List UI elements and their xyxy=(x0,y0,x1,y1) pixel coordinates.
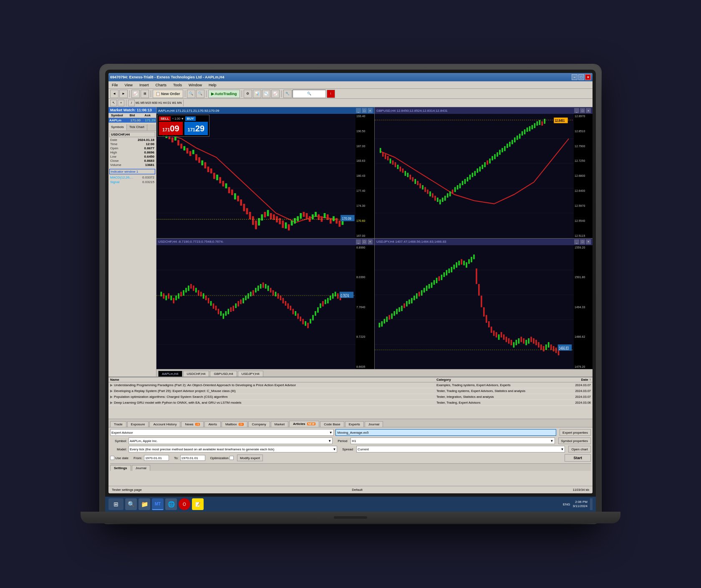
chart-tab-aapl[interactable]: AAPLm,H4 xyxy=(158,371,182,377)
tab-tick-chart[interactable]: Tick Chart xyxy=(127,124,147,131)
search-button[interactable]: 🔍 xyxy=(293,90,326,98)
chart-gbpusd-max[interactable]: □ xyxy=(580,108,585,113)
chart-usdchf-max[interactable]: □ xyxy=(362,239,367,244)
alert-button[interactable]: ! xyxy=(327,90,335,98)
chart-usdchf-close[interactable]: × xyxy=(368,239,373,244)
tab-company[interactable]: Company xyxy=(248,421,270,427)
chart-gbpusd[interactable]: GBPUSD,H4 12.8450;12.8524;12.8314;12.843… xyxy=(375,107,593,238)
taskbar-files[interactable]: 📁 xyxy=(139,498,150,510)
market-watch-row[interactable]: AAPLm 171.00 171.29 xyxy=(108,118,156,123)
chart-aapl[interactable]: AAPLm,H4 171.21;171.21;170.92;170.09 _ □… xyxy=(156,107,374,238)
period-dropdown[interactable]: H1 ▼ xyxy=(350,437,555,444)
tab-account-history[interactable]: Account History xyxy=(149,421,180,427)
chart-min-btn[interactable]: _ xyxy=(356,108,361,113)
model-dropdown[interactable]: Every tick (the most precise method base… xyxy=(129,446,337,452)
cursor-tool[interactable]: ↖ xyxy=(110,100,117,106)
tool1-button[interactable]: ⚙ xyxy=(244,90,252,98)
menu-charts[interactable]: Charts xyxy=(154,83,168,88)
svg-rect-144 xyxy=(156,245,356,369)
crosshair-tool[interactable]: + xyxy=(118,100,124,106)
new-order-button[interactable]: 📋 New Order xyxy=(153,90,183,98)
settings-button[interactable]: 🔧 xyxy=(283,90,292,98)
open-chart-btn[interactable]: Open chart xyxy=(568,446,591,452)
chart-usdjpy-max[interactable]: □ xyxy=(580,239,585,244)
article-row-2[interactable]: ▶ Developing a Replay System (Part 29): … xyxy=(108,388,593,394)
tester-tab-settings[interactable]: Settings xyxy=(110,465,131,471)
taskbar-notes[interactable]: 📝 xyxy=(192,498,204,510)
menu-window[interactable]: Window xyxy=(187,83,204,88)
menu-tools[interactable]: Tools xyxy=(171,83,184,88)
article-title-2: Developing a Replay System (Part 29): Ex… xyxy=(114,389,436,393)
chart-usdjpy-min[interactable]: _ xyxy=(574,239,579,244)
tab-mailbox[interactable]: Mailbox 09 xyxy=(222,421,247,427)
chart-gbpusd-close[interactable]: × xyxy=(586,108,591,113)
tab-experts[interactable]: Experts xyxy=(345,421,364,427)
zoom-in-button[interactable]: 🔍 xyxy=(187,90,195,98)
maximize-button[interactable]: □ xyxy=(578,74,584,80)
optimization-checkbox[interactable] xyxy=(229,456,234,460)
tab-news[interactable]: News 28 xyxy=(181,421,204,427)
menu-help[interactable]: Help xyxy=(207,83,218,88)
chart-tab-gbpusd[interactable]: GBPUSD,H4 xyxy=(210,371,237,377)
use-date-checkbox[interactable] xyxy=(110,456,114,460)
taskbar-browser[interactable]: 🌐 xyxy=(165,498,177,510)
start-button[interactable]: Start xyxy=(565,454,591,462)
expert-properties-btn[interactable]: Expert properties xyxy=(560,429,591,436)
tab-articles[interactable]: Articles NEW xyxy=(289,421,319,427)
chart-gbpusd-min[interactable]: _ xyxy=(574,108,579,113)
chart-usdchf[interactable]: USDCHF,H4 -8.7190;0.7723;0.7548;0.7674- … xyxy=(156,239,374,369)
from-date-input[interactable]: 1970.01.01 xyxy=(144,455,169,461)
tool3-button[interactable]: 📉 xyxy=(262,90,270,98)
buy-button[interactable]: BUY xyxy=(185,116,196,121)
chart-usdchf-min[interactable]: _ xyxy=(356,239,361,244)
back-button[interactable]: ◄ xyxy=(110,90,119,98)
svg-rect-287 xyxy=(520,337,522,342)
tool2-button[interactable]: 📊 xyxy=(253,90,261,98)
autotrading-button[interactable]: ▶ AutoTrading xyxy=(208,90,240,98)
chart-tab-usdjpy[interactable]: USDJPY,H4 xyxy=(238,371,263,377)
to-date-input[interactable]: 1970.01.01 xyxy=(180,455,205,461)
chart-max-btn[interactable]: □ xyxy=(362,108,367,113)
tester-tab-journal[interactable]: Journal xyxy=(132,465,150,471)
sell-button[interactable]: SELL xyxy=(159,116,171,121)
taskbar-opera[interactable]: O xyxy=(179,498,190,510)
tool4-button[interactable]: 📈 xyxy=(271,90,280,98)
screen-bezel: 69470794: Exness-Trial8 - Exness Technol… xyxy=(105,70,596,497)
menu-insert[interactable]: Insert xyxy=(138,83,151,88)
expert-type-dropdown[interactable]: Expert Advisor ▼ xyxy=(110,429,334,436)
tab-codebase[interactable]: Code Base xyxy=(320,421,344,427)
chart-close-btn[interactable]: × xyxy=(368,108,373,113)
article-row-1[interactable]: ▶ Understanding Programming Paradigms (P… xyxy=(108,382,593,388)
menu-view[interactable]: View xyxy=(123,83,134,88)
new-chart-button[interactable]: 📈 xyxy=(131,90,140,98)
tab-symbols[interactable]: Symbols xyxy=(108,124,127,131)
close-button[interactable]: ✕ xyxy=(585,74,591,80)
tab-exposure[interactable]: Exposure xyxy=(127,421,149,427)
expert-name-input[interactable]: Moving_Average.ex5 xyxy=(335,429,557,436)
chart-usdjpy-close[interactable]: × xyxy=(586,239,591,244)
line-tool[interactable]: / xyxy=(128,100,135,106)
tab-journal[interactable]: Journal xyxy=(365,421,383,427)
tab-trade[interactable]: Trade xyxy=(110,421,126,427)
article-row-4[interactable]: ▶ Deep Learning GRU model with Python to… xyxy=(108,400,593,406)
zoom-out-button[interactable]: 🔍 xyxy=(196,90,204,98)
symbol-properties-btn[interactable]: Symbol properties xyxy=(558,437,591,444)
tab-market[interactable]: Market xyxy=(271,421,288,427)
chart-tab-usdchf[interactable]: USDCHF,H4 xyxy=(183,371,209,377)
article-row-3[interactable]: ▶ Population optimization algorithms: Ch… xyxy=(108,394,593,400)
taskbar-search[interactable]: 🔍 xyxy=(125,498,137,510)
svg-rect-46 xyxy=(285,222,287,229)
svg-rect-240 xyxy=(403,303,405,308)
show-desktop-btn[interactable] xyxy=(590,498,593,510)
tab-alerts[interactable]: Alerts xyxy=(204,421,220,427)
profiles-button[interactable]: ⊞ xyxy=(141,90,149,98)
taskbar-mt4[interactable]: MT xyxy=(152,498,164,510)
symbol-dropdown[interactable]: AAPLm, Apple Inc. ▼ xyxy=(129,437,333,444)
taskbar-start-button[interactable]: ⊞ xyxy=(108,498,124,510)
modify-expert-btn[interactable]: Modify expert xyxy=(237,455,263,461)
menu-file[interactable]: File xyxy=(110,83,120,88)
spread-dropdown[interactable]: Current ▼ xyxy=(356,446,565,452)
forward-button[interactable]: ► xyxy=(119,90,128,98)
minimize-button[interactable]: − xyxy=(572,74,577,80)
chart-usdjpy[interactable]: USDJPY,H4 1407.47;1468.56;1464.83;1466.8… xyxy=(375,239,593,369)
